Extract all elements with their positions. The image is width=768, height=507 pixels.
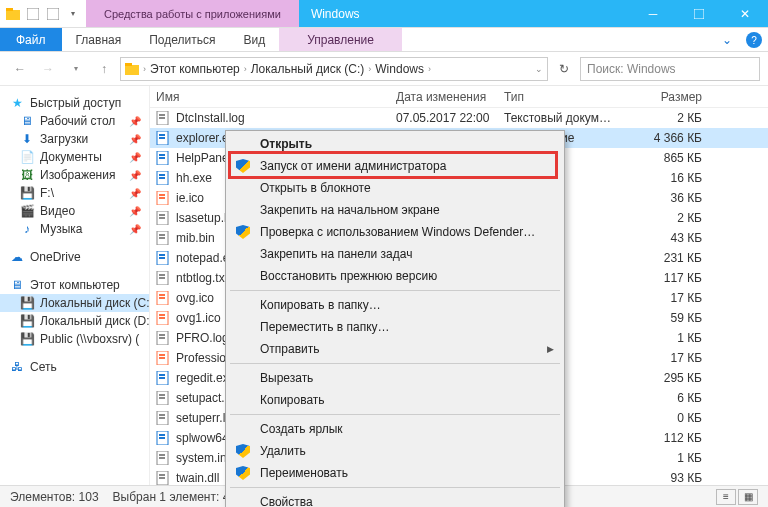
sidebar-item[interactable]: 💾F:\📌 — [0, 184, 149, 202]
help-button[interactable]: ? — [746, 32, 762, 48]
breadcrumb[interactable]: Windows — [375, 62, 424, 76]
context-menu-item[interactable]: Проверка с использованием Windows Defend… — [228, 221, 562, 243]
pin-icon: 📌 — [129, 134, 141, 145]
close-button[interactable]: ✕ — [722, 0, 768, 27]
maximize-button[interactable] — [676, 0, 722, 27]
file-size: 1 КБ — [628, 451, 708, 465]
file-tab[interactable]: Файл — [0, 28, 62, 51]
refresh-button[interactable]: ↻ — [552, 57, 576, 81]
context-menu-item[interactable]: Вырезать — [228, 367, 562, 389]
col-size[interactable]: Размер — [628, 90, 708, 104]
submenu-arrow-icon: ▶ — [547, 344, 554, 354]
qat-item[interactable] — [44, 5, 62, 23]
folder-icon[interactable] — [4, 5, 22, 23]
recent-dropdown[interactable]: ▾ — [64, 57, 88, 81]
qat-dropdown[interactable]: ▾ — [64, 5, 82, 23]
sidebar-item[interactable]: 🖼Изображения📌 — [0, 166, 149, 184]
file-name: PFRO.log — [176, 331, 229, 345]
qat-item[interactable] — [24, 5, 42, 23]
context-menu-item[interactable]: Запуск от имени администратора — [228, 155, 562, 177]
svg-rect-9 — [159, 117, 165, 119]
svg-rect-11 — [159, 134, 165, 136]
search-input[interactable]: Поиск: Windows — [580, 57, 760, 81]
breadcrumb[interactable]: Этот компьютер — [150, 62, 240, 76]
svg-rect-38 — [159, 314, 165, 316]
context-menu-item[interactable]: Открыть в блокноте — [228, 177, 562, 199]
file-size: 295 КБ — [628, 371, 708, 385]
address-bar-row: ← → ▾ ↑ › Этот компьютер › Локальный дис… — [0, 52, 768, 86]
chevron-right-icon[interactable]: › — [368, 64, 371, 74]
pin-icon: 📌 — [129, 224, 141, 235]
sidebar-item[interactable]: ♪Музыка📌 — [0, 220, 149, 238]
column-headers: Имя Дата изменения Тип Размер — [150, 86, 768, 108]
svg-rect-29 — [159, 254, 165, 256]
shield-icon — [234, 157, 252, 175]
sidebar-drive[interactable]: 💾Локальный диск (C:) — [0, 294, 149, 312]
forward-button[interactable]: → — [36, 57, 60, 81]
ribbon-expand-button[interactable]: ⌄ — [714, 28, 740, 51]
breadcrumb[interactable]: Локальный диск (C:) — [251, 62, 365, 76]
sidebar-drive[interactable]: 💾Локальный диск (D:) — [0, 312, 149, 330]
pin-icon: 📌 — [129, 206, 141, 217]
ribbon-tab-share[interactable]: Поделиться — [135, 28, 229, 51]
context-menu-item[interactable]: Переместить в папку… — [228, 316, 562, 338]
context-menu-item[interactable]: Свойства — [228, 491, 562, 507]
back-button[interactable]: ← — [8, 57, 32, 81]
col-type[interactable]: Тип — [498, 90, 628, 104]
chevron-right-icon[interactable]: › — [143, 64, 146, 74]
file-size: 1 КБ — [628, 331, 708, 345]
sidebar-drive[interactable]: 💾Public (\\vboxsrv) ( — [0, 330, 149, 348]
context-menu-item[interactable]: Восстановить прежнюю версию — [228, 265, 562, 287]
context-menu-item[interactable]: Копировать в папку… — [228, 294, 562, 316]
context-menu-item[interactable]: Переименовать — [228, 462, 562, 484]
context-menu-item[interactable]: Отправить▶ — [228, 338, 562, 360]
svg-rect-48 — [159, 377, 165, 379]
svg-rect-0 — [6, 10, 20, 20]
status-item-count: Элементов: 103 — [10, 490, 99, 504]
svg-rect-45 — [159, 357, 165, 359]
svg-rect-62 — [159, 474, 165, 476]
context-menu-item[interactable]: Открыть — [228, 133, 562, 155]
svg-rect-35 — [159, 294, 165, 296]
drive-icon: 💾 — [20, 314, 34, 328]
context-menu-item[interactable]: Копировать — [228, 389, 562, 411]
file-row[interactable]: DtcInstall.log 07.05.2017 22:00 Текстовы… — [150, 108, 768, 128]
ribbon-tab-home[interactable]: Главная — [62, 28, 136, 51]
col-name[interactable]: Имя — [150, 90, 390, 104]
context-menu-item[interactable]: Закрепить на начальном экране — [228, 199, 562, 221]
svg-rect-4 — [694, 9, 704, 19]
view-icons-button[interactable]: ▦ — [738, 489, 758, 505]
quick-access-toolbar: ▾ — [0, 0, 86, 27]
minimize-button[interactable]: ─ — [630, 0, 676, 27]
cloud-icon: ☁ — [10, 250, 24, 264]
pc-icon: 🖥 — [10, 278, 24, 292]
chevron-right-icon[interactable]: › — [244, 64, 247, 74]
folder-icon — [125, 63, 139, 75]
sidebar-this-pc[interactable]: 🖥Этот компьютер — [0, 276, 149, 294]
sidebar-item[interactable]: 🖥Рабочий стол📌 — [0, 112, 149, 130]
view-details-button[interactable]: ≡ — [716, 489, 736, 505]
col-date[interactable]: Дата изменения — [390, 90, 498, 104]
ribbon-tab-manage[interactable]: Управление — [279, 28, 402, 51]
sidebar-item[interactable]: ⬇Загрузки📌 — [0, 130, 149, 148]
context-menu-item[interactable]: Закрепить на панели задач — [228, 243, 562, 265]
up-button[interactable]: ↑ — [92, 57, 116, 81]
pin-icon: 📌 — [129, 170, 141, 181]
contextual-tab-label: Средства работы с приложениями — [86, 0, 299, 27]
ribbon-tab-view[interactable]: Вид — [229, 28, 279, 51]
sidebar-network[interactable]: 🖧Сеть — [0, 358, 149, 376]
address-bar[interactable]: › Этот компьютер › Локальный диск (C:) ›… — [120, 57, 548, 81]
context-menu-item[interactable]: Создать ярлык — [228, 418, 562, 440]
file-name: ovg1.ico — [176, 311, 221, 325]
drive-icon: 💾 — [20, 296, 34, 310]
svg-rect-56 — [159, 434, 165, 436]
sidebar-onedrive[interactable]: ☁OneDrive — [0, 248, 149, 266]
sidebar-item[interactable]: 🎬Видео📌 — [0, 202, 149, 220]
svg-rect-44 — [159, 354, 165, 356]
address-dropdown[interactable]: ⌄ — [535, 64, 543, 74]
svg-rect-12 — [159, 137, 165, 139]
sidebar-item[interactable]: 📄Документы📌 — [0, 148, 149, 166]
context-menu-item[interactable]: Удалить — [228, 440, 562, 462]
sidebar-quick-access[interactable]: ★Быстрый доступ — [0, 94, 149, 112]
chevron-right-icon[interactable]: › — [428, 64, 431, 74]
